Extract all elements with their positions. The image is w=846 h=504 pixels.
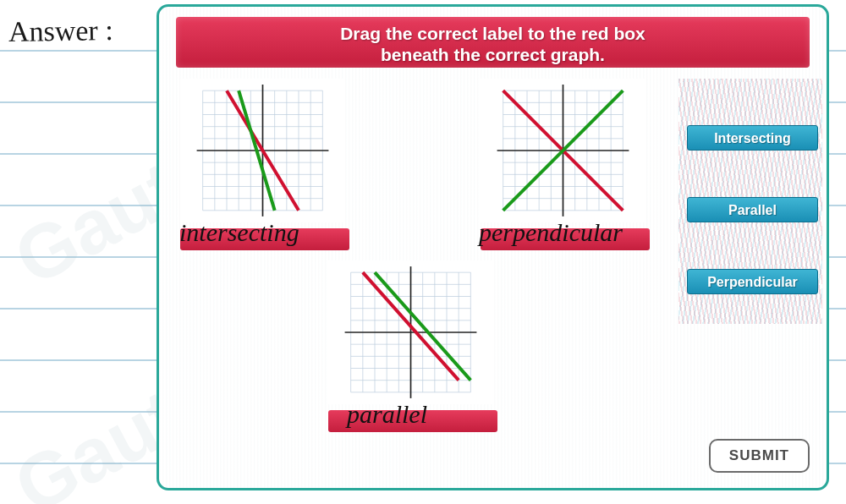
submit-button[interactable]: SUBMIT	[709, 439, 810, 473]
graph-parallel	[328, 260, 493, 404]
instruction-banner: Drag the correct label to the red box be…	[176, 17, 810, 68]
label-chip-intersecting[interactable]: Intersecting	[687, 125, 818, 151]
answer-prefix: Answer :	[8, 14, 113, 48]
handwritten-answer-1: intersecting	[179, 218, 299, 247]
activity-card: Drag the correct label to the red box be…	[157, 4, 829, 490]
instruction-line-1: Drag the correct label to the red box	[184, 23, 801, 44]
graph-perpendicular	[481, 79, 645, 222]
graph-intersecting	[180, 79, 345, 222]
handwritten-answer-3: parallel	[347, 400, 427, 429]
label-chip-parallel[interactable]: Parallel	[687, 197, 818, 222]
instruction-line-2: beneath the correct graph.	[184, 44, 801, 65]
handwritten-answer-2: perpendicular	[479, 218, 623, 247]
label-chip-perpendicular[interactable]: Perpendicular	[687, 269, 818, 294]
